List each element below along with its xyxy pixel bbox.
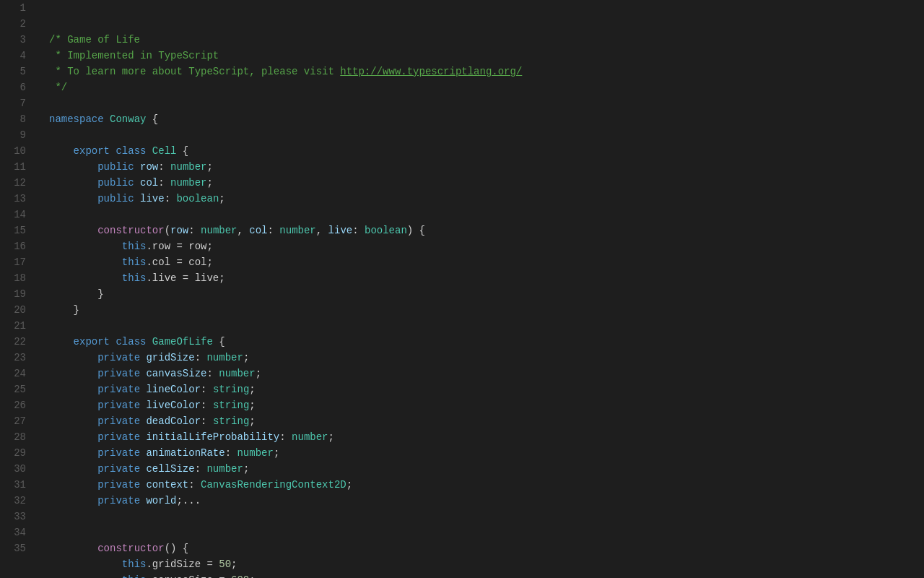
code-line (49, 509, 924, 525)
token: lineColor (146, 384, 201, 395)
code-line (49, 525, 924, 540)
token (49, 574, 122, 578)
token (49, 225, 97, 236)
token: number (279, 225, 315, 236)
token: : (201, 415, 213, 427)
line-number: 2 (9, 16, 26, 32)
token: private (97, 495, 140, 506)
line-number: 33 (9, 509, 26, 525)
token: initialLifeProbability (146, 431, 279, 443)
code-line: constructor() { (49, 540, 924, 556)
token: string (213, 415, 249, 427)
token: number (219, 368, 255, 379)
code-line: private initialLifeProbability: number; (49, 429, 924, 445)
token: ; (346, 479, 352, 491)
code-line: this.live = live; (49, 270, 924, 286)
token: */ (49, 82, 67, 93)
token: number (292, 431, 328, 443)
link[interactable]: http://www.typescriptlang.org/ (340, 66, 522, 77)
code-line: } (49, 286, 924, 302)
code-line: } (49, 302, 924, 318)
line-number: 6 (9, 79, 26, 95)
line-number: 19 (9, 286, 26, 302)
token (146, 336, 152, 348)
token: row (170, 225, 188, 236)
code-line: namespace Conway { (49, 111, 924, 127)
line-number: 27 (9, 413, 26, 429)
token: ; (328, 431, 334, 443)
token: number (170, 177, 206, 189)
token: : (188, 225, 201, 236)
code-line: * To learn more about TypeScript, please… (49, 64, 924, 79)
token (49, 543, 97, 554)
token: { (152, 113, 158, 125)
token: ; (219, 193, 225, 204)
token (49, 400, 97, 411)
token: number (237, 447, 273, 459)
token: .live = live; (146, 272, 225, 284)
token: col (249, 225, 267, 236)
code-line: public live: boolean; (49, 191, 924, 207)
token: ) { (407, 225, 425, 236)
token: : (195, 352, 207, 363)
code-line: this.canvasSize = 600; (49, 572, 924, 578)
token: : (158, 177, 170, 189)
token: GameOfLife (152, 336, 213, 348)
token: private (97, 384, 140, 395)
token: live (140, 193, 165, 204)
token: ; (176, 495, 182, 506)
token (49, 384, 97, 395)
token: ( (165, 225, 170, 236)
token: : (201, 384, 213, 395)
line-number: 21 (9, 318, 26, 334)
token: this (122, 558, 147, 570)
token: this (122, 241, 147, 252)
token: } (49, 304, 79, 316)
token: private (97, 415, 140, 427)
token: string (213, 384, 249, 395)
token: ... (183, 495, 201, 506)
token: : (206, 368, 219, 379)
token: : (165, 193, 177, 204)
code-line: private context: CanvasRenderingContext2… (49, 477, 924, 493)
token: number (170, 161, 206, 173)
token: export (74, 336, 110, 348)
token: .canvasSize = (146, 574, 231, 578)
code-line (49, 318, 924, 334)
token (134, 193, 140, 204)
token: this (122, 272, 147, 284)
line-number: 32 (9, 493, 26, 509)
token: * Implemented in TypeScript (49, 50, 219, 61)
token: constructor (97, 543, 164, 554)
token: * To learn more about TypeScript, please… (49, 66, 340, 77)
line-number: 12 (9, 175, 26, 191)
token (49, 256, 122, 268)
line-number: 20 (9, 302, 26, 318)
code-line: private canvasSize: number; (49, 366, 924, 381)
token: ; (274, 447, 279, 459)
token: : (158, 161, 170, 173)
token: private (97, 352, 140, 363)
code-line (49, 127, 924, 143)
token: : (188, 479, 201, 491)
line-number: 35 (9, 540, 26, 556)
code-line: constructor(row: number, col: number, li… (49, 223, 924, 238)
token: gridSize (146, 352, 194, 363)
token: : (201, 400, 213, 411)
code-line: public row: number; (49, 159, 924, 175)
token: private (97, 431, 140, 443)
code-line: this.gridSize = 50; (49, 556, 924, 572)
token (49, 447, 97, 459)
token (134, 177, 140, 189)
line-number: 30 (9, 461, 26, 477)
token: { (213, 336, 225, 348)
token (49, 241, 122, 252)
code-line: this.col = col; (49, 254, 924, 270)
token (49, 431, 97, 443)
code-line: private gridSize: number; (49, 350, 924, 366)
token: ; (207, 177, 213, 189)
token (49, 177, 97, 189)
token: private (97, 463, 140, 475)
line-number: 5 (9, 64, 26, 79)
line-number: 10 (9, 143, 26, 159)
